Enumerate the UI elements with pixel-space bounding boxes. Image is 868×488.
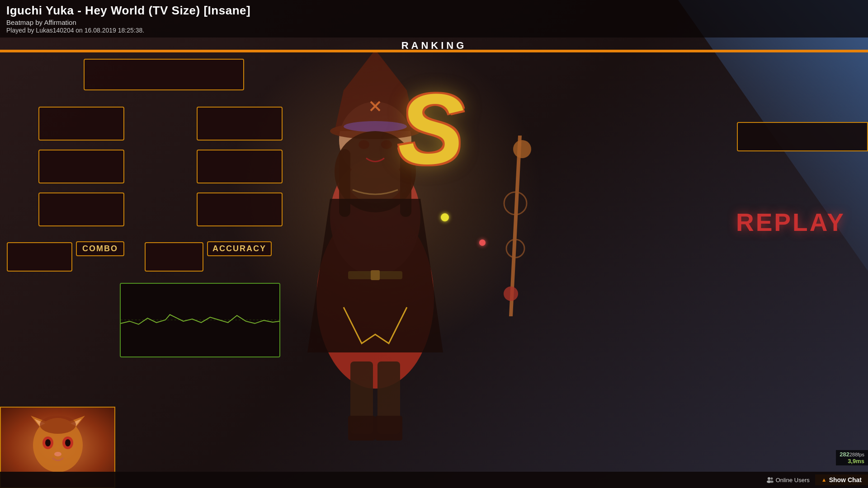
- svg-point-38: [54, 452, 61, 456]
- fps-display: 282288fps: [840, 451, 864, 458]
- score-panel: COMBO ACCURACY: [0, 52, 298, 436]
- hit-circle-red: [479, 239, 486, 246]
- staff-decoration: [475, 136, 565, 316]
- svg-point-24: [504, 286, 518, 301]
- grade-letter: S: [398, 72, 464, 187]
- svg-rect-16: [348, 416, 375, 441]
- latency-display: 3,9ms: [840, 458, 864, 465]
- combo-value-box: [145, 242, 203, 272]
- hit-graph-box: [120, 283, 280, 357]
- fps-max: 288fps: [849, 452, 864, 457]
- graph-svg: [121, 284, 279, 357]
- song-title: Iguchi Yuka - Hey World (TV Size) [Insan…: [6, 4, 862, 18]
- svg-point-42: [770, 478, 773, 480]
- hit-circle-yellow: [441, 213, 449, 221]
- fps-counter: 282288fps 3,9ms: [836, 450, 868, 465]
- played-info: Played by Lukas140204 on 16.08.2019 18:2…: [6, 27, 862, 34]
- replay-button[interactable]: REPLAY: [736, 208, 845, 237]
- ranking-title: RANKING: [401, 40, 467, 52]
- score-box-small-left: [7, 242, 72, 272]
- svg-point-23: [513, 140, 531, 158]
- right-score-box: [737, 122, 868, 151]
- svg-rect-19: [371, 270, 380, 280]
- score-box-row1-left: [38, 107, 124, 141]
- score-box-top: [84, 59, 244, 90]
- combo-label: COMBO: [76, 241, 124, 256]
- users-icon: [766, 476, 774, 483]
- score-box-row1-right: [197, 107, 283, 141]
- svg-point-37: [65, 439, 71, 446]
- accuracy-label: ACCURACY: [207, 241, 272, 256]
- svg-marker-5: [344, 50, 407, 90]
- svg-point-7: [344, 121, 407, 132]
- online-users-button[interactable]: Online Users: [761, 474, 815, 485]
- bottom-bar: Online Users ▲ Show Chat: [0, 472, 868, 488]
- latency-value: 3,9ms: [848, 458, 864, 465]
- svg-point-36: [45, 439, 51, 446]
- score-box-row2-right: [197, 150, 283, 183]
- score-box-row3-right: [197, 192, 283, 226]
- svg-point-40: [768, 477, 770, 480]
- svg-point-43: [770, 481, 774, 483]
- top-info-bar: Iguchi Yuka - Hey World (TV Size) [Insan…: [0, 0, 868, 38]
- score-box-row2-left: [38, 150, 124, 183]
- online-users-label: Online Users: [776, 477, 810, 483]
- chevron-up-icon: ▲: [821, 477, 827, 483]
- show-chat-button[interactable]: ▲ Show Chat: [815, 474, 868, 485]
- beatmap-info: Beatmap by Affirmation: [6, 19, 862, 26]
- score-box-row3-left: [38, 192, 124, 226]
- show-chat-label: Show Chat: [829, 476, 862, 483]
- svg-rect-17: [375, 416, 402, 441]
- fps-value: 282: [840, 451, 849, 458]
